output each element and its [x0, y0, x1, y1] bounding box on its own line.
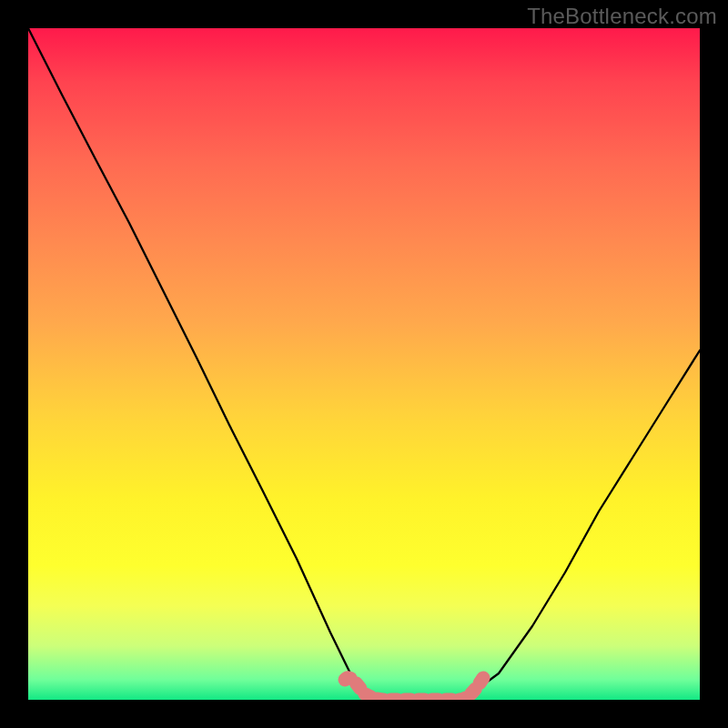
- highlight-band: [345, 678, 483, 700]
- curve-svg: [28, 28, 700, 700]
- bottleneck-curve: [28, 28, 700, 700]
- plot-area: [28, 28, 700, 700]
- chart-frame: TheBottleneck.com: [0, 0, 728, 728]
- attribution-label: TheBottleneck.com: [527, 4, 717, 29]
